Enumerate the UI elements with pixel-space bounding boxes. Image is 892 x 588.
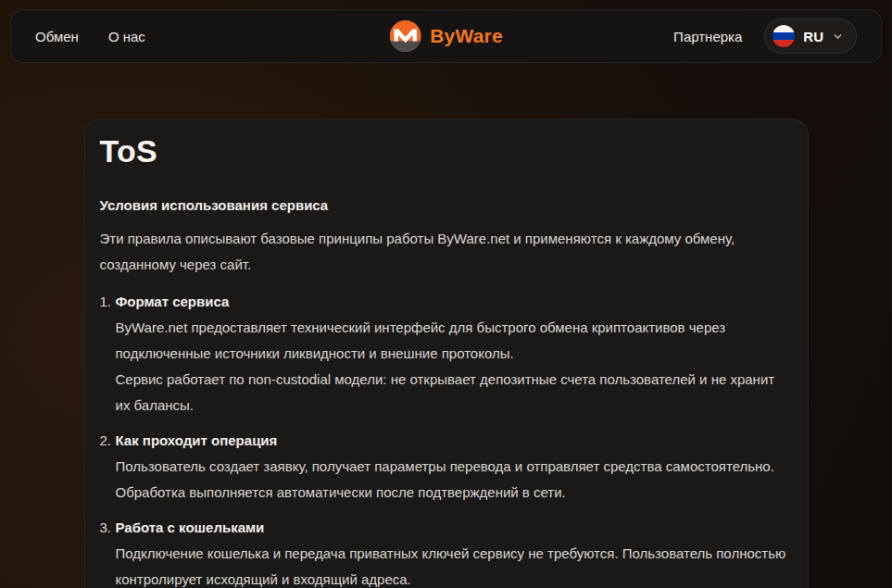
nav-link-partner[interactable]: Партнерка <box>673 29 742 44</box>
tos-intro: Эти правила описывают базовые принципы р… <box>100 226 793 278</box>
brand-logo[interactable]: ByWare <box>389 20 503 52</box>
section-number: 3. <box>100 515 116 588</box>
section-paragraph: Подключение кошелька и передача приватны… <box>116 541 793 588</box>
nav-right: Партнерка RU <box>673 19 857 54</box>
tos-section-3: 3. Работа с кошельками Подключение кошел… <box>100 515 793 588</box>
section-paragraph: Обработка выполняется автоматически посл… <box>116 480 793 506</box>
tos-card: ToS Условия использования сервиса Эти пр… <box>84 119 809 588</box>
nav-links: Обмен О нас <box>35 29 145 44</box>
navbar: Обмен О нас ByWare Партнерка RU <box>10 9 882 63</box>
tos-subtitle: Условия использования сервиса <box>100 193 793 219</box>
section-paragraph: Пользователь создает заявку, получает па… <box>116 454 793 480</box>
section-title: Как проходит операция <box>116 428 793 454</box>
language-code: RU <box>803 29 823 44</box>
section-paragraph: ByWare.net предоставляет технический инт… <box>116 315 793 367</box>
chevron-down-icon <box>832 31 844 43</box>
section-paragraph: Сервис работает по non-custodial модели:… <box>116 367 793 419</box>
section-number: 2. <box>100 428 116 506</box>
section-number: 1. <box>100 289 116 419</box>
page-title: ToS <box>100 132 793 170</box>
tos-sections: 1. Формат сервиса ByWare.net предоставля… <box>100 289 793 588</box>
section-body: Работа с кошельками Подключение кошелька… <box>116 515 793 588</box>
nav-link-about[interactable]: О нас <box>108 29 145 44</box>
nav-link-exchange[interactable]: Обмен <box>35 29 79 44</box>
language-selector[interactable]: RU <box>764 19 857 54</box>
tos-section-1: 1. Формат сервиса ByWare.net предоставля… <box>100 289 793 419</box>
section-title: Формат сервиса <box>116 289 793 315</box>
tos-section-2: 2. Как проходит операция Пользователь со… <box>100 428 793 506</box>
section-body: Как проходит операция Пользователь созда… <box>116 428 793 506</box>
section-body: Формат сервиса ByWare.net предоставляет … <box>116 289 793 419</box>
section-title: Работа с кошельками <box>116 515 793 541</box>
brand-name: ByWare <box>430 25 503 47</box>
monero-icon <box>389 20 421 52</box>
russia-flag-icon <box>773 25 795 47</box>
